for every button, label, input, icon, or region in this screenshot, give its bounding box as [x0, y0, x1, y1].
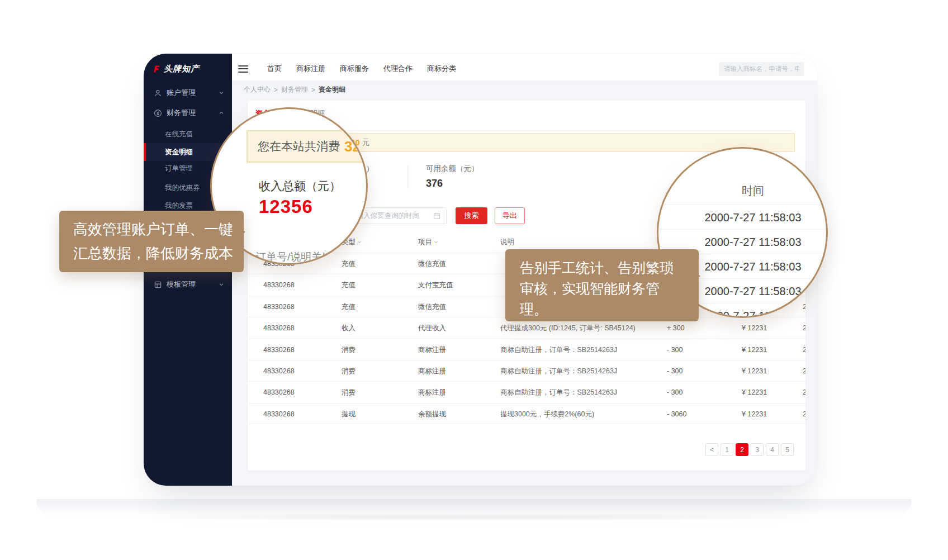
- banner-suffix: 元: [362, 137, 370, 148]
- marketing-screenshot: 头牌知产 账户管理 财务管理 在线充值 资金明细: [0, 0, 948, 560]
- stat-available-balance: 可用余额（元） 376: [426, 164, 479, 189]
- cell-project: 商标注册: [418, 339, 446, 360]
- nav-tab-trademark-register[interactable]: 商标注册: [296, 64, 325, 74]
- cell-amount: - 300: [667, 339, 683, 360]
- magnified-stat-value: 12356: [259, 196, 313, 217]
- stat-label: 可用余额（元）: [426, 164, 479, 174]
- cell-balance: ¥ 12231: [742, 382, 767, 403]
- cell-order-no: 48330268: [263, 360, 295, 382]
- nav-tab-trademark-category[interactable]: 商标分类: [427, 64, 456, 74]
- sidebar-item-account[interactable]: 账户管理: [144, 84, 232, 101]
- callout-smart-finance: 告别手工统计、告别繁琐 审核，实现智能财务管 理。: [505, 249, 699, 321]
- callout-finance-efficiency: 高效管理账户订单、一键 汇总数据，降低财务成本: [59, 211, 244, 272]
- cell-type: 消费: [342, 360, 356, 382]
- sort-caret-icon: [357, 240, 362, 244]
- cell-type: 消费: [342, 339, 356, 360]
- cell-order-no: 48330268: [263, 274, 295, 296]
- pagination-page-5[interactable]: 5: [781, 443, 794, 456]
- sidebar-sub-label: 我的优惠券: [165, 183, 200, 193]
- cell-type: 充值: [342, 253, 356, 274]
- table-row: 48330268 消费 商标注册 商标自助注册，订单号：SB2514263J -…: [248, 339, 805, 360]
- export-button[interactable]: 导出: [495, 207, 525, 224]
- col-project-sort[interactable]: 项目: [418, 231, 438, 253]
- cell-balance: ¥ 12231: [742, 404, 767, 425]
- col-project-label: 项目: [418, 238, 432, 246]
- cell-balance: ¥ 12231: [742, 360, 767, 382]
- cell-project: 微信充值: [418, 253, 446, 274]
- breadcrumb-separator: >: [311, 86, 315, 94]
- breadcrumb-item[interactable]: 个人中心: [244, 85, 271, 94]
- top-nav-tabs: 首页 商标注册 商标服务 代理合作 商标分类: [267, 64, 456, 74]
- stat-value: 376: [426, 178, 479, 189]
- sort-caret-icon: [434, 240, 438, 244]
- trademark-search-input[interactable]: [719, 62, 804, 76]
- cell-type: 充值: [342, 274, 356, 296]
- cell-amount: - 300: [667, 382, 683, 403]
- magnified-stat-label: 收入总额（元）: [259, 178, 341, 194]
- cell-amount: - 3060: [667, 404, 686, 425]
- calendar-icon: [433, 212, 440, 220]
- table-row: 48330268 消费 商标注册 商标自助注册，订单号：SB2514263J -…: [248, 381, 805, 402]
- brand-flag-icon: [152, 65, 160, 73]
- sidebar-item-label: 账户管理: [167, 88, 196, 98]
- sidebar-item-online-recharge[interactable]: 在线充值: [144, 126, 232, 143]
- stat-divider: [407, 165, 408, 188]
- pagination-page-3[interactable]: 3: [751, 443, 764, 456]
- cell-type: 消费: [342, 382, 356, 403]
- sidebar-item-template[interactable]: 模板管理: [144, 276, 232, 293]
- cell-type: 收入: [342, 317, 356, 339]
- cell-project: 代理收入: [418, 317, 446, 339]
- finance-icon: [154, 109, 162, 117]
- cell-desc: 商标自助注册，订单号：SB2514263J: [500, 382, 617, 403]
- chevron-up-icon: [219, 110, 224, 116]
- sidebar-sub-label: 我的发票: [165, 201, 193, 211]
- sidebar-item-label: 财务管理: [167, 108, 196, 118]
- cell-project: 商标注册: [418, 360, 446, 382]
- cell-balance: ¥ 12231: [742, 317, 767, 339]
- breadcrumb-item[interactable]: 财务管理: [281, 85, 308, 94]
- table-row: 48330268 消费 商标注册 商标自助注册，订单号：SB2514263J -…: [248, 360, 805, 381]
- nav-tab-agent-cooperation[interactable]: 代理合作: [383, 64, 413, 74]
- chevron-down-icon: [219, 282, 224, 287]
- cell-project: 余额提现: [418, 404, 446, 425]
- pagination-page-2-active[interactable]: 2: [736, 443, 748, 456]
- cell-order-no: 48330268: [263, 296, 295, 317]
- sidebar-item-finance[interactable]: 财务管理: [144, 105, 232, 121]
- nav-tab-home[interactable]: 首页: [267, 64, 282, 74]
- breadcrumb-current: 资金明细: [319, 85, 345, 94]
- cell-time: 2: [803, 404, 805, 425]
- cell-order-no: 48330268: [263, 317, 295, 339]
- cell-time: 2: [803, 317, 805, 339]
- nav-tab-trademark-service[interactable]: 商标服务: [340, 64, 369, 74]
- magnified-time-row: 2000-7-27 11:58:03: [658, 205, 826, 229]
- sidebar-item-label: 模板管理: [167, 279, 196, 290]
- top-navbar: 首页 商标注册 商标服务 代理合作 商标分类: [232, 54, 817, 81]
- search-button[interactable]: 搜索: [456, 207, 487, 224]
- cell-project: 支付宝充值: [418, 274, 453, 296]
- hamburger-icon[interactable]: [238, 65, 248, 73]
- table-row: 48330268 提现 余额提现 提现3000元，手续费2%(60元) - 30…: [248, 403, 805, 424]
- brand-logo[interactable]: 头牌知产: [152, 64, 200, 74]
- pagination-prev[interactable]: <: [705, 443, 718, 456]
- laptop-base: [36, 499, 912, 516]
- cell-time: 2: [803, 382, 805, 403]
- cell-time: 2: [803, 339, 805, 360]
- cell-time: 2: [803, 360, 805, 382]
- cell-project: 微信充值: [418, 296, 446, 317]
- breadcrumb-separator: >: [274, 86, 278, 94]
- cell-order-no: 48330268: [263, 382, 295, 403]
- pagination-page-1[interactable]: 1: [721, 443, 733, 456]
- cell-order-no: 48330268: [263, 404, 295, 425]
- cell-type: 提现: [342, 404, 356, 425]
- template-icon: [154, 281, 162, 289]
- magnified-banner-prefix: 您在本站共消费: [258, 139, 340, 154]
- cell-order-no: 48330268: [263, 339, 295, 360]
- pagination: < 1 2 3 4 5: [705, 443, 794, 456]
- user-icon: [154, 89, 162, 97]
- cell-project: 商标注册: [418, 382, 446, 403]
- sidebar-sub-label: 在线充值: [165, 130, 193, 139]
- sidebar-sub-label: 资金明细: [165, 148, 193, 157]
- cell-time: 2: [803, 296, 805, 317]
- pagination-page-4[interactable]: 4: [766, 443, 779, 456]
- breadcrumb: 个人中心 > 财务管理 > 资金明细: [232, 81, 817, 98]
